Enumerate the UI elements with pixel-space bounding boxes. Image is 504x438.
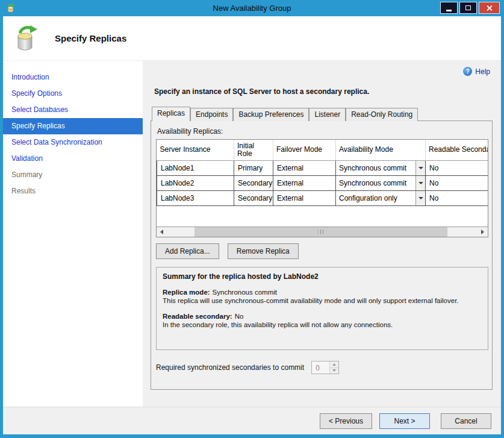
tab-endpoints[interactable]: Endpoints xyxy=(190,108,233,121)
spinner-up-button[interactable] xyxy=(330,361,338,368)
table-row[interactable]: LabNode3 Secondary External Configuratio… xyxy=(157,190,488,205)
help-link[interactable]: ? Help xyxy=(463,67,490,76)
scrollbar-track[interactable] xyxy=(167,227,478,237)
readable-secondary-value: No xyxy=(235,313,244,320)
availability-mode-dropdown[interactable]: Configuration only xyxy=(336,191,425,205)
cell-failover-mode[interactable]: External xyxy=(273,175,336,190)
sidebar-item-summary: Summary xyxy=(3,167,143,183)
tab-read-only-routing[interactable]: Read-Only Routing xyxy=(346,108,418,121)
sidebar-item-specify-options[interactable]: Specify Options xyxy=(3,86,143,102)
cell-initial-role[interactable]: Primary xyxy=(234,160,273,175)
previous-button[interactable]: < Previous xyxy=(320,413,372,429)
scroll-right-button[interactable] xyxy=(478,227,488,237)
maximize-button[interactable] xyxy=(459,2,477,14)
replica-mode-value: Synchronous commit xyxy=(213,289,277,296)
titlebar[interactable]: New Availability Group xyxy=(3,0,501,16)
wizard-body: Introduction Specify Options Select Data… xyxy=(3,61,501,407)
sidebar-item-introduction[interactable]: Introduction xyxy=(3,69,143,86)
horizontal-scrollbar[interactable] xyxy=(157,227,488,237)
next-button[interactable]: Next > xyxy=(379,413,430,429)
required-secondaries-spinner[interactable]: 0 xyxy=(311,361,339,374)
replicas-table: Server Instance Initial Role Failover Mo… xyxy=(157,140,488,206)
cell-initial-role[interactable]: Secondary xyxy=(234,190,273,205)
maximize-icon xyxy=(465,5,471,10)
column-header-failover-mode: Failover Mode xyxy=(273,140,336,160)
cell-failover-mode[interactable]: External xyxy=(273,160,336,175)
readable-secondary-label: Readable secondary: xyxy=(163,313,232,320)
availability-mode-dropdown[interactable]: Synchronous commit xyxy=(336,176,425,190)
sidebar-item-results: Results xyxy=(3,183,143,199)
remove-replica-button[interactable]: Remove Replica xyxy=(228,243,299,259)
tab-listener[interactable]: Listener xyxy=(309,108,346,121)
down-arrow-icon xyxy=(332,369,336,372)
column-header-availability-mode: Availability Mode xyxy=(336,140,426,160)
page-title: Specify Replicas xyxy=(55,33,126,43)
cell-failover-mode[interactable]: External xyxy=(273,190,336,205)
column-header-initial-role: Initial Role xyxy=(234,140,273,160)
new-availability-group-window: New Availability Group Specify Replicas xyxy=(0,0,504,438)
column-header-readable-secondary: Readable Secondary xyxy=(426,140,488,160)
window-frame: Specify Replicas Introduction Specify Op… xyxy=(3,16,501,434)
cell-availability-mode: Configuration only xyxy=(336,190,426,205)
replica-mode-label: Replica mode: xyxy=(163,289,210,296)
window-icon xyxy=(6,4,16,13)
close-icon xyxy=(486,5,493,11)
spinner-value: 0 xyxy=(312,361,329,374)
help-label: Help xyxy=(475,67,490,76)
cell-server-instance[interactable]: LabNode3 xyxy=(157,190,234,205)
tab-replicas[interactable]: Replicas xyxy=(152,107,190,121)
chevron-down-icon[interactable] xyxy=(415,176,425,190)
replicas-wizard-icon xyxy=(13,25,40,52)
scrollbar-thumb[interactable] xyxy=(194,227,447,237)
sidebar-item-validation[interactable]: Validation xyxy=(3,151,143,167)
availability-replicas-label: Availability Replicas: xyxy=(157,127,487,136)
table-row[interactable]: LabNode2 Secondary External Synchronous … xyxy=(157,175,488,190)
replica-summary-box: Summary for the replica hosted by LabNod… xyxy=(156,267,488,350)
dropdown-value: Synchronous commit xyxy=(336,176,415,190)
spinner-down-button[interactable] xyxy=(330,368,338,374)
sidebar-item-select-databases[interactable]: Select Databases xyxy=(3,102,143,118)
availability-mode-dropdown[interactable]: Synchronous commit xyxy=(336,161,425,175)
cell-readable-secondary[interactable]: No xyxy=(426,190,488,205)
window-controls xyxy=(440,2,500,14)
cell-initial-role[interactable]: Secondary xyxy=(234,175,273,190)
cell-availability-mode: Synchronous commit xyxy=(336,160,426,175)
sidebar-item-select-data-sync[interactable]: Select Data Synchronization xyxy=(3,134,143,151)
add-replica-button[interactable]: Add Replica... xyxy=(156,243,219,259)
cell-readable-secondary[interactable]: No xyxy=(426,160,488,175)
close-button[interactable] xyxy=(479,2,500,14)
availability-replicas-grid: Server Instance Initial Role Failover Mo… xyxy=(156,139,488,237)
scroll-right-icon xyxy=(481,230,484,234)
grid-viewport: Server Instance Initial Role Failover Mo… xyxy=(157,140,488,227)
scroll-left-icon xyxy=(160,230,163,234)
instruction-text: Specify an instance of SQL Server to hos… xyxy=(154,87,493,96)
cell-server-instance[interactable]: LabNode2 xyxy=(157,175,234,190)
minimize-button[interactable] xyxy=(440,2,458,14)
cancel-button[interactable]: Cancel xyxy=(441,413,491,429)
required-secondaries-row: Required synchronized secondaries to com… xyxy=(156,361,487,374)
replicas-tab-panel: Availability Replicas: Server Instance xyxy=(151,120,493,390)
tab-backup-preferences[interactable]: Backup Preferences xyxy=(233,108,309,121)
dropdown-value: Synchronous commit xyxy=(336,161,415,175)
replica-mode-description: This replica will use synchronous-commit… xyxy=(163,296,482,305)
required-secondaries-label: Required synchronized secondaries to com… xyxy=(156,363,304,372)
up-arrow-icon xyxy=(332,363,336,366)
summary-title: Summary for the replica hosted by LabNod… xyxy=(163,272,482,281)
cell-server-instance[interactable]: LabNode1 xyxy=(157,160,234,175)
scroll-left-button[interactable] xyxy=(157,227,167,237)
readable-secondary-description: In the secondary role, this availability… xyxy=(163,321,482,329)
table-header-row: Server Instance Initial Role Failover Mo… xyxy=(157,140,488,160)
wizard-footer: < Previous Next > Cancel xyxy=(3,407,501,434)
wizard-header: Specify Replicas xyxy=(3,16,501,61)
chevron-down-icon[interactable] xyxy=(415,161,425,175)
chevron-down-icon[interactable] xyxy=(415,191,425,205)
table-row[interactable]: LabNode1 Primary External Synchronous co… xyxy=(157,160,488,175)
cell-readable-secondary[interactable]: No xyxy=(426,175,488,190)
sidebar-item-specify-replicas[interactable]: Specify Replicas xyxy=(3,118,143,134)
dropdown-value: Configuration only xyxy=(336,191,415,205)
grid-button-row: Add Replica... Remove Replica xyxy=(156,243,487,259)
help-icon: ? xyxy=(463,67,472,76)
window-title: New Availability Group xyxy=(3,4,501,13)
tab-bar: Replicas Endpoints Backup Preferences Li… xyxy=(152,107,493,121)
column-header-server-instance: Server Instance xyxy=(157,140,234,160)
